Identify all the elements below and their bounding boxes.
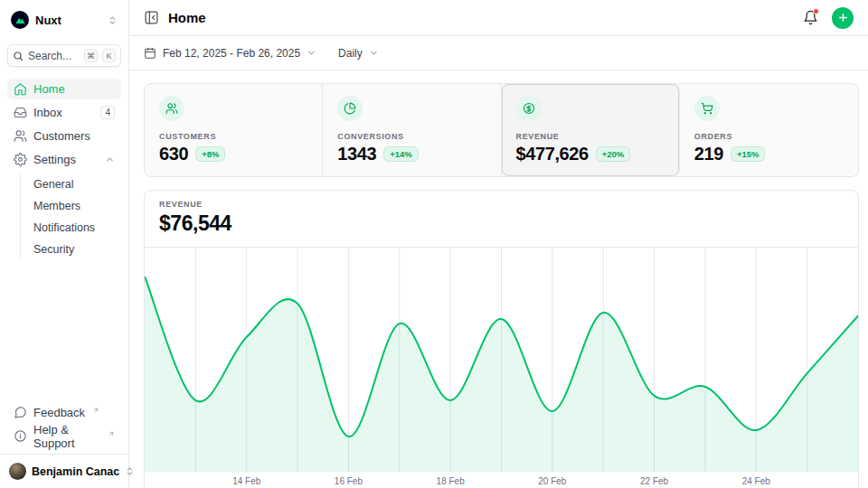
sidebar-item-label: Feedback: [33, 406, 85, 419]
period-select[interactable]: Daily: [338, 47, 379, 60]
calendar-icon: [144, 47, 156, 60]
sidebar-nav: HomeInbox4CustomersSettingsGeneralMember…: [7, 79, 121, 260]
stat-card-revenue[interactable]: REVENUE$477,626+20%: [502, 84, 680, 176]
date-range-label: Feb 12, 2025 - Feb 26, 2025: [163, 47, 300, 60]
sidebar-item-home[interactable]: Home: [7, 79, 121, 99]
main-area: Home Feb 12, 2025 - Feb 26, 2025: [129, 0, 868, 488]
search-placeholder: Search...: [28, 50, 80, 62]
x-tick-label: 22 Feb: [640, 476, 668, 486]
notifications-button[interactable]: [803, 10, 818, 25]
app-root: Nuxt Search... ⌘ K HomeInbox4CustomersSe…: [0, 0, 868, 488]
sidebar-footer-nav: FeedbackHelp & Support: [7, 402, 121, 446]
arrow-up-right-icon: [92, 407, 99, 414]
cart-icon: [694, 96, 720, 121]
sidebar-item-customers[interactable]: Customers: [7, 126, 121, 146]
sidebar-subitem-notifications[interactable]: Notifications: [21, 218, 121, 237]
sidebar-item-label: Inbox: [33, 106, 62, 119]
sidebar-item-label: Customers: [33, 129, 90, 143]
sidebar-subitem-security[interactable]: Security: [21, 239, 121, 258]
notification-badge-dot: [813, 8, 819, 14]
page-title: Home: [168, 10, 206, 25]
x-tick-label: 18 Feb: [437, 476, 465, 486]
sidebar-item-settings[interactable]: Settings: [7, 149, 121, 170]
sidebar-item-feedback[interactable]: Feedback: [7, 402, 121, 423]
stat-value: 1343: [337, 144, 376, 164]
stat-value-row: 219+15%: [694, 144, 844, 164]
date-range-picker[interactable]: Feb 12, 2025 - Feb 26, 2025: [144, 47, 316, 60]
dollar-circle-icon: [516, 96, 542, 121]
topbar-actions: [803, 7, 854, 29]
stat-value-row: $477,626+20%: [516, 144, 665, 164]
topbar: Home: [129, 0, 868, 36]
x-tick-label: 20 Feb: [538, 476, 566, 486]
stat-delta-badge: +8%: [195, 146, 225, 162]
stat-label: ORDERS: [694, 132, 844, 141]
stat-value-row: 630+8%: [159, 144, 307, 164]
x-tick-label: 14 Feb: [232, 476, 260, 486]
stat-card-orders[interactable]: ORDERS219+15%: [680, 84, 858, 176]
chat-icon: [14, 406, 27, 419]
workspace-selector[interactable]: Nuxt: [7, 7, 121, 33]
plus-icon: [837, 12, 849, 23]
sidebar-subitem-general[interactable]: General: [21, 174, 121, 193]
gear-icon: [14, 153, 27, 166]
x-tick-label: 24 Feb: [742, 476, 770, 486]
sidebar-subitem-members[interactable]: Members: [21, 196, 121, 215]
search-input[interactable]: Search... ⌘ K: [7, 44, 121, 67]
home-icon: [14, 82, 27, 96]
add-button[interactable]: [832, 7, 854, 29]
sidebar-item-label: Help & Support: [33, 423, 100, 450]
stat-delta-badge: +15%: [731, 146, 766, 162]
pie-chart-icon: [337, 96, 363, 121]
x-tick-label: 16 Feb: [335, 476, 363, 486]
chevron-updown-icon: [108, 15, 118, 25]
chart-header: REVENUE $76,544: [145, 191, 858, 248]
sidebar-spacer: [7, 260, 121, 390]
users-icon: [159, 96, 184, 121]
user-menu[interactable]: Benjamin Canac: [0, 454, 128, 488]
kbd-k-key: K: [102, 49, 116, 62]
revenue-area-chart[interactable]: [145, 248, 858, 472]
user-name: Benjamin Canac: [32, 465, 119, 478]
stat-value: $477,626: [516, 144, 589, 164]
arrow-up-right-icon: [108, 430, 115, 437]
inbox-icon: [14, 106, 27, 119]
search-icon: [13, 51, 24, 61]
area-chart-svg: [145, 248, 858, 472]
sidebar-item-label: Home: [33, 82, 65, 96]
stat-card-customers[interactable]: CUSTOMERS630+8%: [145, 84, 323, 176]
inbox-count-badge: 4: [100, 106, 115, 119]
chevron-down-icon: [369, 48, 379, 58]
chart-x-axis: 14 Feb16 Feb18 Feb20 Feb22 Feb24 Feb: [145, 472, 858, 488]
settings-sub-list: GeneralMembersNotificationsSecurity: [20, 174, 121, 258]
stat-label: REVENUE: [516, 132, 665, 141]
stat-value: 219: [694, 144, 723, 164]
revenue-chart-card: REVENUE $76,544 14 Feb16 Feb18 Feb20 Feb…: [144, 190, 859, 488]
chart-value: $76,544: [159, 211, 844, 236]
page-content: CUSTOMERS630+8%CONVERSIONS1343+14%REVENU…: [129, 70, 868, 488]
period-label: Daily: [338, 47, 363, 60]
users-icon: [14, 129, 27, 143]
panel-left-close-icon: [144, 10, 159, 25]
stat-label: CUSTOMERS: [159, 132, 307, 141]
stat-value: 630: [159, 144, 188, 164]
sidebar-collapse-button[interactable]: [144, 10, 159, 25]
kbd-cmd-key: ⌘: [84, 49, 98, 62]
chevron-down-icon: [307, 48, 316, 58]
workspace-name: Nuxt: [35, 14, 101, 27]
stat-card-conversions[interactable]: CONVERSIONS1343+14%: [323, 84, 501, 176]
stat-delta-badge: +20%: [596, 146, 631, 162]
avatar: [9, 463, 26, 480]
sidebar: Nuxt Search... ⌘ K HomeInbox4CustomersSe…: [0, 0, 129, 488]
stat-label: CONVERSIONS: [337, 132, 486, 141]
stats-row: CUSTOMERS630+8%CONVERSIONS1343+14%REVENU…: [144, 83, 859, 177]
chart-title-label: REVENUE: [159, 200, 844, 209]
stat-value-row: 1343+14%: [337, 144, 486, 164]
filter-toolbar: Feb 12, 2025 - Feb 26, 2025 Daily: [129, 36, 868, 70]
sidebar-item-label: Settings: [33, 153, 76, 166]
info-icon: [14, 429, 27, 443]
stat-delta-badge: +14%: [383, 146, 419, 162]
sidebar-item-inbox[interactable]: Inbox4: [7, 102, 121, 123]
sidebar-item-help-support[interactable]: Help & Support: [7, 426, 121, 446]
chevron-up-icon: [105, 155, 115, 164]
